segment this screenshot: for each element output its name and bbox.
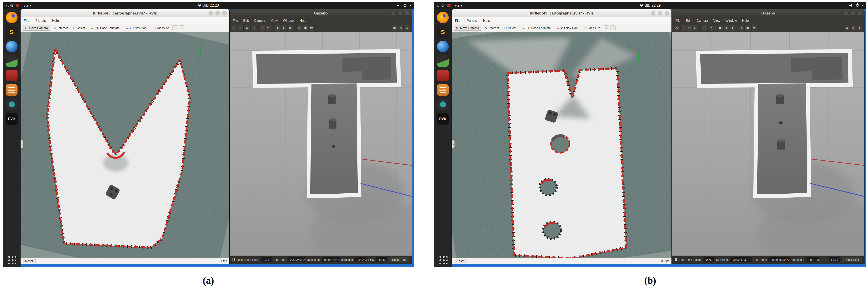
system-tray[interactable]: ↑↓ ▾ (844, 4, 864, 7)
gz-record-icon[interactable]: ● (857, 25, 862, 31)
pause-button[interactable] (675, 258, 678, 261)
s-app-dock-icon[interactable] (6, 26, 18, 38)
gz-rotate-icon[interactable]: ↻ (687, 25, 692, 31)
panel-collapse-handle[interactable]: ◂ (452, 140, 455, 148)
remove-tool-button[interactable]: − (610, 25, 616, 30)
gz-scale-icon[interactable]: ◱ (250, 25, 256, 31)
select-tool[interactable]: □Select (502, 25, 519, 31)
app-menu-button[interactable]: rviz ▾ (23, 3, 31, 8)
gz-redo-icon[interactable]: ↷ (708, 25, 714, 31)
panel-collapse-handle[interactable]: ◂ (21, 140, 23, 148)
reset-button[interactable]: Reset (454, 259, 467, 263)
nav-goal-tool[interactable]: →2D Nav Goal (554, 25, 581, 31)
rviz-dock-icon[interactable]: RViz (6, 113, 18, 125)
s-app-dock-icon[interactable] (437, 26, 449, 38)
gz-light-icon[interactable]: ☀ (297, 25, 302, 31)
gz-select-icon[interactable]: ↖ (232, 25, 237, 31)
teal-app-dock-icon[interactable] (6, 99, 18, 110)
activities-button[interactable]: 活动 (6, 3, 13, 8)
gazebo-titlebar[interactable]: Gazebo (672, 9, 864, 17)
gz-camera-icon[interactable]: ◉ (392, 25, 397, 31)
pose-estimate-tool[interactable]: →2D Pose Estimate (520, 25, 553, 31)
select-tool[interactable]: □Select (71, 25, 87, 31)
gz-translate-icon[interactable]: + (680, 25, 686, 31)
maximize-button[interactable] (851, 11, 855, 15)
gazebo-menu-help[interactable]: Help (300, 19, 306, 23)
reset-time-button[interactable]: Reset Time (389, 257, 409, 262)
gz-cylinder-icon[interactable]: ▮ (287, 25, 293, 31)
gz-redo-icon[interactable]: ↷ (266, 25, 271, 31)
gz-sphere-icon[interactable]: ● (723, 25, 729, 31)
gazebo-menu-window[interactable]: Window (725, 19, 737, 23)
measure-tool[interactable]: ▭Measure (582, 25, 602, 31)
document-stack-dock-icon[interactable] (437, 84, 449, 96)
maximize-button[interactable] (215, 11, 220, 15)
gazebo-menu-help[interactable]: Help (742, 19, 749, 23)
close-button[interactable] (665, 11, 669, 15)
gazebo-menu-file[interactable]: File (675, 19, 681, 23)
move-camera-tool[interactable]: ⊕Move Camera (23, 25, 50, 31)
gz-plot-icon[interactable]: ∿ (850, 25, 856, 31)
maximize-button[interactable] (658, 11, 662, 15)
rviz-menu-file[interactable]: File (24, 19, 29, 23)
gazebo-menu-camera[interactable]: Camera (696, 19, 708, 23)
gz-paste-icon[interactable]: ▤ (751, 25, 757, 31)
gz-copy-icon[interactable]: ▣ (303, 25, 308, 31)
gazebo-viewport[interactable] (672, 32, 864, 256)
red-app-dock-icon[interactable] (437, 70, 449, 81)
close-button[interactable] (222, 11, 227, 15)
gz-box-icon[interactable]: ■ (275, 25, 280, 31)
minimize-button[interactable] (391, 11, 396, 15)
teal-app-dock-icon[interactable] (437, 99, 449, 110)
gz-light-icon[interactable]: ☀ (739, 25, 744, 31)
show-applications-icon[interactable] (7, 255, 16, 264)
rviz-menu-help[interactable]: Help (483, 19, 490, 23)
gazebo-menu-view[interactable]: View (713, 19, 720, 23)
show-applications-icon[interactable] (438, 255, 447, 264)
gz-select-icon[interactable]: ↖ (674, 25, 680, 31)
image-viewer-dock-icon[interactable] (437, 55, 449, 67)
gz-cylinder-icon[interactable]: ▮ (730, 25, 736, 31)
rviz-menu-help[interactable]: Help (52, 19, 59, 23)
rviz-titlebar[interactable]: turtlebot3_cartographer.rviz* - RViz (21, 9, 229, 17)
gazebo-menu-view[interactable]: View (271, 19, 278, 23)
activities-button[interactable]: 活动 (437, 3, 444, 8)
gz-undo-icon[interactable]: ↶ (702, 25, 708, 31)
rviz-titlebar[interactable]: turtlebot3_cartographer.rviz* - RViz (452, 9, 672, 17)
clock[interactable]: 星期四 22:29 (640, 3, 661, 8)
red-app-dock-icon[interactable] (6, 70, 18, 81)
document-stack-dock-icon[interactable] (6, 84, 18, 96)
globe-dock-icon[interactable] (437, 41, 449, 52)
gz-copy-icon[interactable]: ▣ (745, 25, 751, 31)
move-camera-tool[interactable]: ⊕Move Camera (454, 25, 482, 31)
pose-estimate-tool[interactable]: →2D Pose Estimate (89, 25, 122, 31)
gazebo-menu-edit[interactable]: Edit (243, 19, 249, 23)
close-button[interactable] (405, 11, 409, 15)
reset-button[interactable]: Reset (23, 259, 36, 263)
rviz-viewport[interactable]: ◂ (21, 32, 229, 258)
gz-rotate-icon[interactable]: ↻ (244, 25, 250, 31)
gz-paste-icon[interactable]: ▤ (309, 25, 314, 31)
rviz-viewport[interactable]: ◂ (452, 32, 672, 258)
minimize-button[interactable] (209, 11, 213, 15)
rviz-menu-panels[interactable]: Panels (35, 19, 46, 23)
app-menu-button[interactable]: rviz ▾ (454, 3, 462, 8)
minimize-button[interactable] (844, 11, 848, 15)
maximize-button[interactable] (398, 11, 403, 15)
gz-scale-icon[interactable]: ◱ (693, 25, 699, 31)
image-viewer-dock-icon[interactable] (6, 55, 18, 67)
reset-time-button[interactable]: Reset Time (842, 257, 862, 262)
remove-tool-button[interactable]: − (179, 25, 185, 30)
close-button[interactable] (858, 11, 862, 15)
clock[interactable]: 星期四 22:28 (198, 3, 219, 8)
gazebo-menu-file[interactable]: File (233, 19, 238, 23)
firefox-dock-icon[interactable] (437, 12, 449, 23)
add-tool-button[interactable]: + (603, 25, 609, 30)
interact-tool[interactable]: ↖Interact (51, 25, 70, 31)
globe-dock-icon[interactable] (6, 41, 18, 52)
gz-sphere-icon[interactable]: ● (281, 25, 287, 31)
add-tool-button[interactable]: + (173, 25, 178, 30)
gazebo-titlebar[interactable]: Gazebo (230, 9, 412, 17)
gz-box-icon[interactable]: ■ (717, 25, 723, 31)
nav-goal-tool[interactable]: →2D Nav Goal (123, 25, 149, 31)
